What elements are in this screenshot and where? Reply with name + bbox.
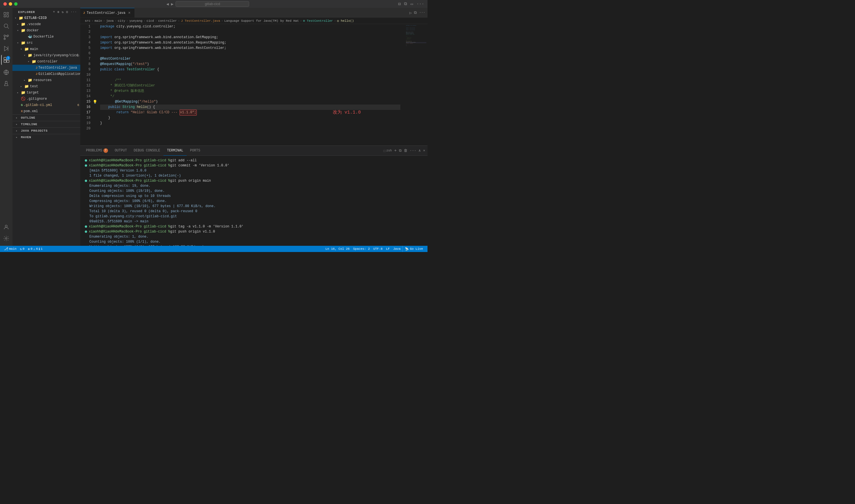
svg-rect-0	[4, 13, 6, 15]
maven-label: MAVEN	[21, 136, 31, 139]
sidebar-item-gitlabci[interactable]: G .gitlab-ci.yml 6	[13, 102, 80, 108]
activity-source-control[interactable]	[1, 32, 11, 42]
terminal-content[interactable]: xiaohh@XiaoHHdeMacBook-Pro gitlab-cicd %…	[80, 156, 428, 246]
maven-header[interactable]: ▸ MAVEN	[13, 134, 80, 140]
lightbulb-icon[interactable]: 💡	[93, 99, 98, 105]
bc-city[interactable]: city	[118, 19, 125, 23]
java-projects-header[interactable]: ▸ JAVA PROJECTS	[13, 128, 80, 134]
activity-run[interactable]	[1, 43, 11, 54]
tab-close-button[interactable]: ×	[127, 11, 132, 15]
nav-forward-button[interactable]: ▶	[171, 2, 173, 6]
code-line-9: public class TestController {	[100, 67, 400, 72]
command-palette-input[interactable]	[176, 1, 249, 7]
sidebar-item-controller[interactable]: ▾ 📁 controller	[13, 58, 80, 65]
line-numbers: 1 2 3 4 5 6 7 8 9 10 11 12 13 14	[80, 24, 93, 145]
split-terminal-icon[interactable]: ⧉	[399, 149, 401, 153]
more-terminal-icon[interactable]: ···	[410, 149, 416, 153]
bc-hello-method[interactable]: ◎ hello()	[337, 19, 354, 23]
term-cmd-5: git push origin v1.1.0	[170, 229, 215, 234]
sidebar-item-vscode[interactable]: ▸ 📁 .vscode	[13, 21, 80, 28]
chevron-up-icon[interactable]: ∧	[418, 148, 421, 153]
bc-java[interactable]: java	[106, 19, 114, 23]
sidebar-item-target[interactable]: ▸ 📁 target	[13, 90, 80, 96]
run-editor-icon[interactable]: ▷	[409, 11, 412, 15]
debug-console-label: DEBUG CONSOLE	[134, 149, 160, 152]
bc-testcontroller-class[interactable]: ⚙ TestController	[303, 19, 333, 23]
outline-header[interactable]: ▸ OUTLINE	[13, 115, 80, 121]
tab-debug-console[interactable]: DEBUG CONSOLE	[130, 146, 164, 156]
activity-explorer[interactable]	[1, 10, 11, 20]
bc-testcontroller-file[interactable]: J TestController.java	[181, 19, 220, 23]
sidebar-item-docker[interactable]: ▾ 📁 docker	[13, 28, 80, 34]
tab-problems[interactable]: PROBLEMS 7	[83, 146, 111, 156]
nav-back-button[interactable]: ◀	[167, 2, 169, 6]
sidebar-item-dockerfile[interactable]: 🐳 Dockerfile	[13, 34, 80, 40]
more-options-icon[interactable]: ···	[71, 10, 77, 14]
svg-rect-11	[4, 57, 6, 60]
bc-src[interactable]: src	[85, 19, 90, 23]
split-editor-icon[interactable]: ⧉	[414, 11, 417, 15]
new-file-icon[interactable]: +	[53, 10, 55, 14]
tab-testcontroller[interactable]: J TestController.java ×	[80, 8, 135, 18]
minimap-content: package city.yueyang import org.spring i…	[405, 24, 428, 48]
sidebar-item-java-path[interactable]: ▾ 📁 java/city/yueyang/cicd ◎	[13, 52, 80, 58]
bc-yueyang[interactable]: yueyang	[129, 19, 142, 23]
sb-encoding[interactable]: UTF-8	[371, 246, 384, 252]
tab-terminal[interactable]: TERMINAL	[163, 146, 187, 156]
code-editor[interactable]: 1 2 3 4 5 6 7 8 9 10 11 12 13 14	[80, 24, 428, 145]
activity-extensions[interactable]: 1	[1, 55, 11, 65]
sb-line-ending[interactable]: LF	[384, 246, 391, 252]
activity-search[interactable]	[1, 21, 11, 31]
close-button[interactable]	[3, 2, 7, 6]
maximize-button[interactable]	[14, 2, 18, 6]
panels-icon[interactable]: ▭	[411, 1, 413, 7]
minimize-button[interactable]	[9, 2, 12, 6]
split-editor-icon[interactable]: ⧉	[404, 1, 407, 6]
sidebar-item-pomxml[interactable]: X pom.xml	[13, 108, 80, 114]
refresh-icon[interactable]: ↻	[62, 10, 64, 14]
code-content[interactable]: package city.yueyang.cicd.controller; im…	[98, 24, 405, 145]
sb-errors[interactable]: ⊗ 0 ⚠ 6 ℹ 1	[26, 246, 45, 252]
code-line-13: * @return 版本信息	[100, 88, 400, 94]
sb-spaces[interactable]: Spaces: 2	[351, 246, 371, 252]
more-editor-icon[interactable]: ···	[419, 11, 425, 15]
layout-icon[interactable]: ⊟	[398, 1, 401, 7]
tab-ports[interactable]: PORTS	[187, 146, 204, 156]
sb-branch[interactable]: ⎇ main	[2, 246, 18, 252]
sidebar-item-gitlabapp[interactable]: J GitlabCicdApplication.java	[13, 71, 80, 77]
sidebar-item-resources[interactable]: ▸ 📁 resources	[13, 77, 80, 83]
sb-language[interactable]: Java	[391, 246, 402, 252]
add-terminal-icon[interactable]: +	[394, 148, 397, 153]
tab-output[interactable]: OUTPUT	[111, 146, 130, 156]
sidebar-item-test[interactable]: ▸ 📁 test	[13, 83, 80, 90]
bc-main[interactable]: main	[94, 19, 102, 23]
close-terminal-icon[interactable]: ×	[423, 149, 425, 153]
root-label: GITLAB-CICD	[24, 16, 80, 20]
bc-sep3: ›	[115, 19, 117, 23]
vscode-label: .vscode	[27, 22, 80, 26]
sidebar-item-main[interactable]: ▾ 📁 main	[13, 46, 80, 52]
term-out-2: 1 file changed, 1 insertion(+), 1 deleti…	[85, 173, 423, 178]
activity-settings[interactable]	[1, 233, 11, 244]
bc-controller[interactable]: controller	[158, 19, 177, 23]
timeline-header[interactable]: ▸ TIMELINE	[13, 121, 80, 127]
go-live-button[interactable]: 📡 Go Live	[402, 246, 425, 252]
sidebar-item-src[interactable]: ▾ 📁 src	[13, 40, 80, 46]
activity-testing[interactable]	[1, 78, 11, 89]
sidebar-item-root[interactable]: ▾ 📁 GITLAB-CICD	[13, 15, 80, 21]
terminal-tabs: PROBLEMS 7 OUTPUT DEBUG CONSOLE TERMINAL…	[80, 146, 428, 156]
sidebar-item-testcontroller[interactable]: J TestController.java	[13, 65, 80, 71]
gitlabci-label: .gitlab-ci.yml	[24, 103, 76, 107]
collapse-icon[interactable]: ⊟	[66, 10, 68, 14]
bc-cicd[interactable]: cicd	[146, 19, 154, 23]
sb-sync[interactable]: ↻ 0	[18, 246, 26, 252]
activity-account[interactable]	[1, 222, 11, 232]
trash-terminal-icon[interactable]: 🗑	[404, 149, 407, 153]
new-folder-icon[interactable]: ⊕	[57, 10, 60, 14]
code-line-12: * 测试CI/CD的Controller	[100, 83, 400, 88]
more-icon[interactable]: ···	[417, 2, 424, 6]
bc-language-support[interactable]: Language Support for Java(TM) by Red Hat	[224, 19, 299, 23]
activity-remote[interactable]	[1, 67, 11, 77]
sidebar-item-gitignore[interactable]: 🚫 .gitignore	[13, 96, 80, 102]
sb-cursor[interactable]: Ln 16, Col 26	[324, 246, 351, 252]
